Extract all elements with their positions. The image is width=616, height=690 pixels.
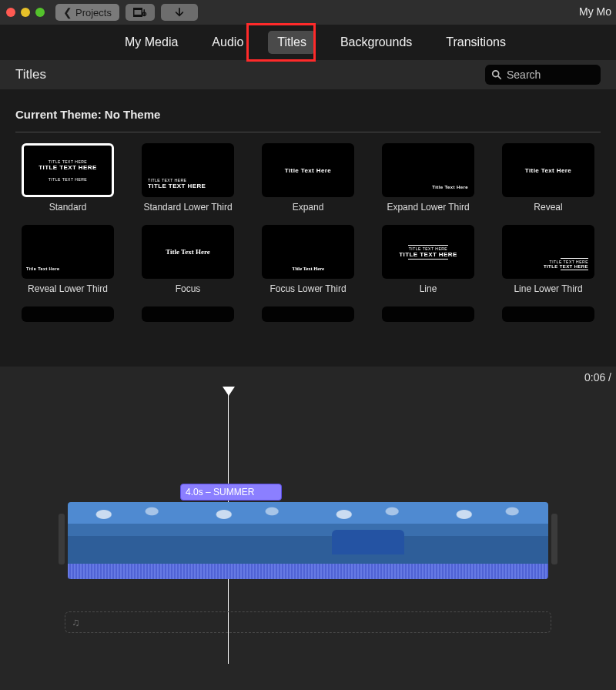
timecode-display-row: 0:06 / xyxy=(0,367,616,388)
project-title: My Mo xyxy=(579,5,611,18)
window-toolbar: ❮ Projects My Mo xyxy=(0,0,616,25)
thumb-sample-small2: TITLE TEXT HERE xyxy=(49,177,87,182)
thumb-sample-main: Title Text Here xyxy=(26,266,59,271)
tile-thumbnail: TITLE TEXT HERE TITLE TEXT HERE TITLE TE… xyxy=(22,143,114,197)
tab-my-media[interactable]: My Media xyxy=(116,31,187,54)
title-tile-standard-lower-third[interactable]: TITLE TEXT HERE TITLE TEXT HERE Standard… xyxy=(136,143,240,213)
clip-frame xyxy=(68,502,188,564)
window-traffic-lights xyxy=(6,8,45,17)
theme-name: No Theme xyxy=(105,108,161,121)
tile-thumbnail: Title Text Here xyxy=(262,143,354,197)
tile-thumbnail: Title Text Here xyxy=(262,225,354,279)
decorative-line xyxy=(408,259,448,260)
timecode-display: 0:06 / xyxy=(584,371,611,384)
tile-label: Line xyxy=(420,283,437,294)
clip-trim-handle-left[interactable] xyxy=(59,514,65,564)
title-tile-focus-lower-third[interactable]: Title Text Here Focus Lower Third xyxy=(256,225,360,294)
title-tile-standard[interactable]: TITLE TEXT HERE TITLE TEXT HERE TITLE TE… xyxy=(15,143,120,213)
tile-thumbnail xyxy=(262,306,354,322)
search-icon xyxy=(491,69,502,80)
divider xyxy=(15,132,601,132)
background-music-well[interactable]: ♫ xyxy=(65,611,551,633)
thumb-sample-main: TITLE TEXT HERE xyxy=(148,183,206,189)
tile-thumbnail: Title Text Here xyxy=(22,225,114,279)
title-tile-expand[interactable]: Title Text Here Expand xyxy=(256,143,360,213)
search-input[interactable] xyxy=(507,69,594,81)
thumb-sample-main: TITLE TEXT HERE xyxy=(544,264,588,269)
tile-thumbnail xyxy=(22,306,114,322)
tab-titles[interactable]: Titles xyxy=(268,31,316,54)
timeline-pane: 0:06 / 4.0s – SUMMER ♫ xyxy=(0,367,616,690)
theme-prefix: Current Theme: xyxy=(15,108,105,121)
tile-label: Focus xyxy=(176,283,201,294)
title-tile-cut[interactable] xyxy=(256,306,360,322)
tile-thumbnail: Title Text Here xyxy=(382,143,474,197)
decorative-line xyxy=(561,258,588,259)
chevron-left-icon: ❮ xyxy=(63,6,72,18)
title-tile-cut[interactable] xyxy=(136,306,240,322)
title-clip-label: 4.0s – SUMMER xyxy=(186,487,254,497)
title-tile-expand-lower-third[interactable]: Title Text Here Expand Lower Third xyxy=(376,143,480,213)
browser-subheader: Titles xyxy=(0,60,616,89)
tile-thumbnail: TITLE TEXT HERE TITLE TEXT HERE xyxy=(382,225,474,279)
tile-label: Expand xyxy=(293,202,324,213)
title-tile-reveal[interactable]: Title Text Here Reveal xyxy=(496,143,601,213)
title-tile-cut[interactable] xyxy=(496,306,601,322)
thumb-sample-main: Title Text Here xyxy=(166,248,210,256)
title-tile-cut[interactable] xyxy=(15,306,120,322)
decorative-line xyxy=(408,245,448,246)
tile-thumbnail: Title Text Here xyxy=(502,143,594,197)
thumb-sample-main: TITLE TEXT HERE xyxy=(38,164,96,171)
title-tile-cut[interactable] xyxy=(376,306,480,322)
decorative-line xyxy=(561,270,588,270)
tab-audio[interactable]: Audio xyxy=(203,31,253,54)
clip-trim-handle-right[interactable] xyxy=(551,514,557,564)
tile-thumbnail: TITLE TEXT HERE TITLE TEXT HERE xyxy=(502,225,594,279)
back-to-projects-button[interactable]: ❮ Projects xyxy=(55,4,119,21)
tile-thumbnail xyxy=(382,306,474,322)
search-field[interactable] xyxy=(485,65,601,85)
minimize-window-button[interactable] xyxy=(21,8,30,17)
media-browser-tabs: My Media Audio Titles Backgrounds Transi… xyxy=(0,25,616,60)
timeline-track-area[interactable]: 4.0s – SUMMER ♫ xyxy=(0,388,616,635)
tab-backgrounds[interactable]: Backgrounds xyxy=(331,31,421,54)
media-library-toggle-button[interactable] xyxy=(126,4,155,21)
clip-audio-waveform xyxy=(68,564,548,579)
title-tile-line-lower-third[interactable]: TITLE TEXT HERE TITLE TEXT HERE Line Low… xyxy=(496,225,601,294)
browser-section-label: Titles xyxy=(15,67,46,82)
music-note-icon: ♫ xyxy=(72,616,80,628)
clip-frame xyxy=(188,502,308,564)
close-window-button[interactable] xyxy=(6,8,15,17)
tile-label: Reveal Lower Third xyxy=(28,283,108,294)
title-tile-line[interactable]: TITLE TEXT HERE TITLE TEXT HERE Line xyxy=(376,225,480,294)
title-tile-reveal-lower-third[interactable]: Title Text Here Reveal Lower Third xyxy=(15,225,120,294)
titles-browser: Current Theme: No Theme TITLE TEXT HERE … xyxy=(0,89,616,367)
tile-label: Standard xyxy=(49,202,87,213)
tile-thumbnail xyxy=(502,306,594,322)
tile-label: Expand Lower Third xyxy=(387,202,469,213)
filmstrip-icon xyxy=(133,8,147,17)
clip-frame xyxy=(308,502,428,564)
clip-thumbnails xyxy=(68,502,548,564)
current-theme-row: Current Theme: No Theme xyxy=(15,108,601,132)
projects-label: Projects xyxy=(75,7,112,18)
download-arrow-icon xyxy=(174,7,185,18)
tile-thumbnail xyxy=(142,306,234,322)
tile-label: Focus Lower Third xyxy=(270,283,346,294)
timeline-title-clip[interactable]: 4.0s – SUMMER xyxy=(180,484,282,501)
tile-thumbnail: TITLE TEXT HERE TITLE TEXT HERE xyxy=(142,143,234,197)
zoom-window-button[interactable] xyxy=(35,8,45,17)
title-tile-focus[interactable]: Title Text Here Focus xyxy=(136,225,240,294)
clip-frame xyxy=(428,502,548,564)
thumb-sample-main: Title Text Here xyxy=(525,167,571,174)
video-clip[interactable] xyxy=(68,502,548,579)
thumb-sample-main: Title Text Here xyxy=(262,266,354,271)
tab-transitions[interactable]: Transitions xyxy=(437,31,515,54)
thumb-sample-main: Title Text Here xyxy=(432,185,468,189)
svg-point-3 xyxy=(493,71,499,77)
thumb-sample-main: TITLE TEXT HERE xyxy=(399,251,457,258)
thumb-sample-main: Title Text Here xyxy=(285,167,331,174)
tile-label: Standard Lower Third xyxy=(143,202,232,213)
import-media-button[interactable] xyxy=(161,4,198,21)
video-track xyxy=(65,502,551,579)
